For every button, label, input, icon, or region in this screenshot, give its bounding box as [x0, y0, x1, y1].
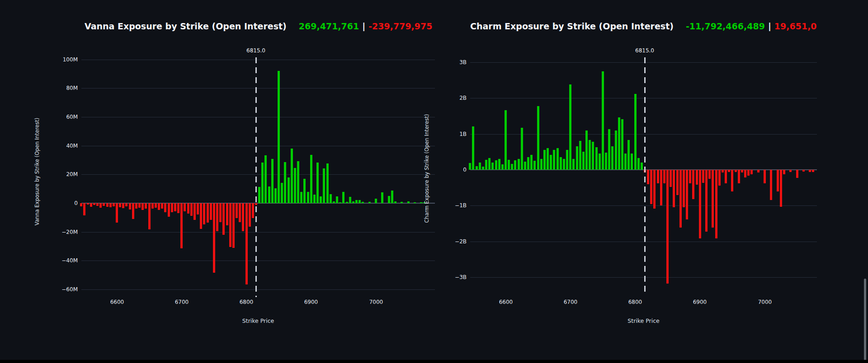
charm-bar-6605	[508, 160, 510, 170]
vanna-flag-label: 6815.0	[246, 47, 265, 54]
vanna-bar-7030	[394, 201, 396, 203]
vanna-bar-6900	[310, 155, 312, 203]
gridline	[470, 277, 817, 278]
charm-bar-6960	[738, 170, 740, 183]
vanna-bar-6855	[281, 183, 283, 203]
vanna-bar-7060	[414, 202, 416, 203]
vanna-bar-6895	[307, 192, 309, 203]
x-tick-label: 7000	[749, 298, 781, 306]
vanna-bar-6690	[174, 203, 176, 211]
gridline	[81, 146, 435, 146]
vanna-bar-6870	[291, 149, 293, 203]
charm-bar-6655	[540, 159, 542, 170]
charm-bar-6570	[485, 160, 487, 170]
charm-bar-6755	[605, 153, 607, 170]
x-tick-label: 6800	[231, 298, 262, 306]
vanna-y-axis-title: Vanna Exposure by Strike (Open Interest)	[34, 118, 40, 225]
vanna-x-axis-title: Strike Price	[242, 317, 274, 324]
charm-bar-7030	[783, 170, 785, 174]
charm-bar-6790	[627, 140, 630, 170]
vanna-bar-6730	[200, 203, 202, 229]
charm-bar-6720	[582, 152, 585, 170]
charm-bar-6675	[553, 150, 555, 170]
vanna-bar-6630	[135, 203, 137, 209]
charm-bar-6630	[524, 162, 526, 170]
vanna-bar-6625	[132, 203, 134, 219]
charm-bar-6740	[595, 147, 598, 170]
vanna-bar-6780	[232, 203, 235, 248]
vanna-bar-6990	[368, 202, 371, 203]
y-tick-label: 2B	[435, 94, 467, 102]
vanna-bar-6785	[236, 203, 238, 218]
charm-bar-6880	[686, 170, 688, 219]
charm-bar-6545	[469, 163, 471, 170]
charm-bar-6930	[718, 170, 721, 186]
x-tick-label: 7000	[360, 298, 392, 306]
vanna-bar-6865	[288, 177, 290, 203]
gridline	[470, 242, 817, 242]
charm-bar-6780	[621, 119, 623, 170]
charm-bar-6590	[498, 159, 500, 170]
vanna-bar-6740	[207, 203, 209, 223]
charm-bar-6680	[557, 148, 559, 170]
charm-bar-6685	[560, 157, 562, 170]
vanna-bar-6685	[171, 203, 173, 212]
charm-bar-6555	[476, 166, 478, 170]
charm-bar-6735	[592, 142, 594, 170]
charm-bar-6615	[514, 160, 516, 170]
charm-bar-6560	[479, 163, 481, 170]
charm-bar-6895	[696, 170, 698, 185]
charm-bar-6900	[699, 170, 701, 238]
gridline	[81, 174, 435, 175]
scrollbar-thumb[interactable]	[864, 279, 866, 360]
vanna-bar-6945	[339, 202, 341, 203]
y-tick-label: 1B	[435, 130, 467, 138]
vanna-bar-6695	[177, 203, 179, 213]
charm-bar-6610	[511, 164, 513, 170]
charm-bar-6940	[725, 170, 727, 183]
charm-bar-6750	[602, 71, 604, 170]
vanna-bar-6830	[264, 155, 267, 203]
vanna-bar-6790	[239, 203, 241, 222]
vanna-bar-6810	[252, 203, 254, 218]
vanna-bar-6965	[352, 201, 354, 203]
y-tick-label: 0	[46, 200, 78, 207]
charm-bar-6885	[689, 170, 691, 183]
spot-price-dashed-line	[644, 57, 646, 293]
vanna-bar-6675	[164, 203, 166, 212]
vanna-bar-6665	[158, 203, 160, 210]
y-tick-label: −1B	[435, 202, 467, 209]
y-tick-label: 3B	[435, 59, 467, 66]
vanna-bar-6720	[193, 203, 196, 220]
charm-bar-6585	[495, 160, 497, 170]
charm-bar-6810	[641, 163, 643, 170]
charm-bar-6865	[676, 170, 679, 195]
vanna-bar-6840	[271, 159, 274, 203]
charm-bar-6840	[660, 170, 662, 205]
vanna-bar-6580	[103, 203, 105, 206]
charm-bar-6600	[505, 110, 507, 170]
vanna-bar-6890	[303, 179, 306, 203]
vanna-bar-6555	[87, 203, 89, 205]
charm-bar-7025	[780, 170, 782, 207]
vanna-bar-6620	[129, 203, 131, 209]
spot-price-dashed-line	[255, 57, 257, 297]
vanna-bar-7040	[401, 202, 403, 203]
y-tick-label: −20M	[46, 228, 78, 236]
vanna-bar-6615	[125, 203, 127, 206]
vanna-bar-6805	[249, 203, 251, 227]
y-tick-label: 60M	[46, 113, 78, 121]
gridline	[470, 205, 817, 206]
charm-bar-6580	[491, 163, 494, 170]
charm-bar-7075	[812, 170, 814, 172]
charm-bar-6980	[750, 170, 753, 174]
charm-bar-6725	[585, 130, 588, 170]
vanna-bar-6940	[336, 196, 338, 203]
charm-bar-6835	[657, 170, 659, 183]
vanna-bar-6700	[180, 203, 183, 248]
charm-bar-6860	[673, 170, 675, 207]
vanna-bar-6600	[116, 203, 118, 223]
charm-bar-6700	[569, 84, 571, 170]
gridline	[470, 98, 817, 98]
vanna-bar-6935	[333, 201, 335, 203]
